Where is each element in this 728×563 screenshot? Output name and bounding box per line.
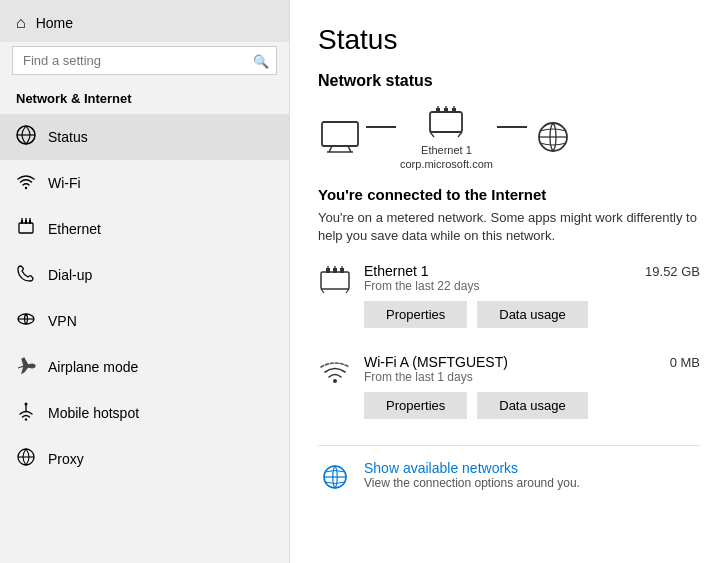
sidebar-item-dialup[interactable]: Dial-up (0, 252, 289, 298)
ethernet-net-sub: From the last 22 days (364, 279, 700, 293)
sidebar-item-vpn[interactable]: VPN (0, 298, 289, 344)
sidebar-item-label-proxy: Proxy (48, 451, 84, 467)
sidebar-search-container: 🔍 (12, 46, 277, 75)
svg-rect-22 (436, 108, 440, 113)
ethernet-network-icon (318, 265, 354, 298)
ethernet-net-buttons: Properties Data usage (364, 301, 700, 328)
wifi-net-buttons: Properties Data usage (364, 392, 700, 419)
wifi-properties-button[interactable]: Properties (364, 392, 467, 419)
network-diagram: Ethernet 1 corp.microsoft.com (318, 104, 700, 170)
ethernet-data-usage-button[interactable]: Data usage (477, 301, 588, 328)
svg-point-2 (25, 187, 27, 189)
show-networks-icon (318, 462, 354, 495)
svg-rect-4 (21, 220, 23, 224)
vpn-icon (16, 309, 36, 333)
svg-point-41 (333, 379, 337, 383)
nd-device-label: Ethernet 1 (421, 144, 472, 156)
dialup-icon (16, 263, 36, 287)
svg-rect-21 (430, 112, 462, 132)
airplane-icon (16, 355, 36, 379)
nd-device-sublabel: corp.microsoft.com (400, 158, 493, 170)
svg-rect-32 (321, 272, 349, 289)
sidebar-item-proxy[interactable]: Proxy (0, 436, 289, 482)
ethernet-net-info: Ethernet 1 19.52 GB From the last 22 day… (364, 263, 700, 344)
connected-title: You're connected to the Internet (318, 186, 700, 203)
sidebar-home[interactable]: ⌂ Home (0, 0, 289, 42)
wifi-network-icon (318, 356, 354, 389)
wifi-data-usage-button[interactable]: Data usage (477, 392, 588, 419)
home-label: Home (36, 15, 73, 31)
sidebar-item-label-airplane: Airplane mode (48, 359, 138, 375)
svg-rect-35 (340, 268, 344, 273)
sidebar-item-hotspot[interactable]: Mobile hotspot (0, 390, 289, 436)
show-networks-sub: View the connection options around you. (364, 476, 580, 490)
nd-line-2 (497, 126, 527, 128)
search-icon: 🔍 (253, 53, 269, 68)
svg-rect-17 (322, 122, 358, 146)
nd-ethernet-device: Ethernet 1 corp.microsoft.com (400, 104, 493, 170)
sidebar-item-airplane[interactable]: Airplane mode (0, 344, 289, 390)
svg-rect-6 (29, 220, 31, 224)
sidebar-item-label-ethernet: Ethernet (48, 221, 101, 237)
ethernet-icon (16, 217, 36, 241)
svg-rect-24 (452, 108, 456, 113)
ethernet-name-row: Ethernet 1 19.52 GB (364, 263, 700, 279)
nd-line-1 (366, 126, 396, 128)
svg-rect-34 (333, 268, 337, 273)
show-networks-title: Show available networks (364, 460, 580, 476)
proxy-icon (16, 447, 36, 471)
sidebar-item-label-status: Status (48, 129, 88, 145)
svg-rect-33 (326, 268, 330, 273)
wifi-net-info: Wi-Fi A (MSFTGUEST) 0 MB From the last 1… (364, 354, 700, 435)
search-input[interactable] (12, 46, 277, 75)
connected-desc: You're on a metered network. Some apps m… (318, 209, 698, 245)
show-networks-text: Show available networks View the connect… (364, 460, 580, 490)
ethernet-properties-button[interactable]: Properties (364, 301, 467, 328)
network-item-ethernet: Ethernet 1 19.52 GB From the last 22 day… (318, 263, 700, 344)
wifi-net-name: Wi-Fi A (MSFTGUEST) (364, 354, 508, 370)
svg-rect-23 (444, 108, 448, 113)
ethernet-net-data: 19.52 GB (645, 264, 700, 279)
sidebar-item-wifi[interactable]: Wi-Fi (0, 160, 289, 206)
nd-computer (318, 118, 362, 156)
sidebar-item-label-dialup: Dial-up (48, 267, 92, 283)
network-item-wifi: Wi-Fi A (MSFTGUEST) 0 MB From the last 1… (318, 354, 700, 435)
wifi-icon (16, 171, 36, 195)
main-content: Status Network status (290, 0, 728, 563)
sidebar-item-label-vpn: VPN (48, 313, 77, 329)
svg-rect-3 (19, 223, 33, 233)
ethernet-net-name: Ethernet 1 (364, 263, 429, 279)
sidebar-item-label-wifi: Wi-Fi (48, 175, 81, 191)
nd-globe (531, 118, 575, 156)
sidebar-item-status[interactable]: Status (0, 114, 289, 160)
sidebar-section-title: Network & Internet (0, 85, 289, 114)
sidebar-item-label-hotspot: Mobile hotspot (48, 405, 139, 421)
sidebar: ⌂ Home 🔍 Network & Internet Status Wi-Fi (0, 0, 290, 563)
status-icon (16, 125, 36, 149)
wifi-net-sub: From the last 1 days (364, 370, 700, 384)
home-icon: ⌂ (16, 14, 26, 32)
svg-point-12 (25, 418, 27, 420)
sidebar-item-ethernet[interactable]: Ethernet (0, 206, 289, 252)
svg-point-14 (25, 403, 28, 406)
page-title: Status (318, 24, 700, 56)
hotspot-icon (16, 401, 36, 425)
svg-rect-5 (25, 220, 27, 224)
divider (318, 445, 700, 446)
wifi-name-row: Wi-Fi A (MSFTGUEST) 0 MB (364, 354, 700, 370)
section-title: Network status (318, 72, 700, 90)
wifi-net-data: 0 MB (670, 355, 700, 370)
show-networks[interactable]: Show available networks View the connect… (318, 460, 700, 495)
